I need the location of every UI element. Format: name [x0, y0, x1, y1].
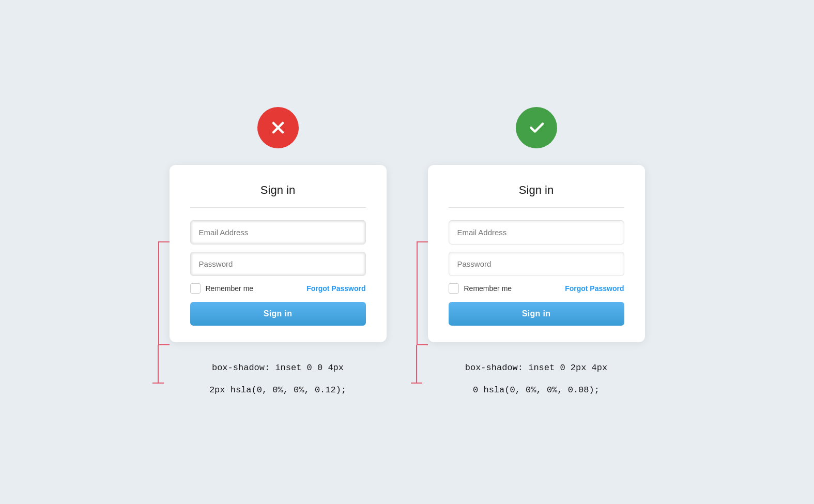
good-arrow-h — [411, 383, 422, 384]
good-panel: Sign in Remember me Forgot Password Sign… — [428, 107, 645, 397]
bad-card-wrapper: Sign in Remember me Forgot Password Sign… — [170, 165, 387, 342]
bad-code-line1: box-shadow: inset 0 0 4px — [209, 361, 346, 375]
good-code-line2: 0 hsla(0, 0%, 0%, 0.08); — [465, 383, 607, 397]
bad-panel: Sign in Remember me Forgot Password Sign… — [170, 107, 387, 397]
good-bracket-top — [417, 241, 428, 242]
good-signin-button[interactable]: Sign in — [449, 302, 624, 326]
good-card: Sign in Remember me Forgot Password Sign… — [428, 165, 645, 342]
good-arrow-line — [416, 345, 417, 384]
bad-badge — [257, 107, 299, 148]
good-bracket-vertical — [417, 241, 418, 345]
good-bracket-bottom-h — [417, 344, 428, 345]
bad-bracket-bottom-h — [158, 344, 170, 345]
bad-password-group — [190, 252, 366, 276]
bad-card-title: Sign in — [190, 184, 366, 197]
bad-remember-label: Remember me — [206, 284, 254, 293]
bad-card: Sign in Remember me Forgot Password Sign… — [170, 165, 387, 342]
good-divider — [449, 207, 624, 208]
check-icon — [527, 118, 546, 137]
good-password-group — [449, 252, 624, 276]
good-remember-me: Remember me — [449, 283, 512, 294]
bad-checkbox[interactable] — [190, 283, 201, 294]
bad-code-line2: 2px hsla(0, 0%, 0%, 0.12); — [209, 383, 346, 397]
good-forgot-link[interactable]: Forgot Password — [565, 284, 624, 293]
good-checkbox[interactable] — [449, 283, 459, 294]
good-card-title: Sign in — [449, 184, 624, 197]
bad-password-input[interactable] — [190, 252, 366, 276]
bad-bracket-top — [158, 241, 170, 242]
bad-forgot-link[interactable]: Forgot Password — [306, 284, 365, 293]
bad-bracket-vertical — [158, 241, 159, 345]
bad-divider — [190, 207, 366, 208]
good-email-group — [449, 220, 624, 245]
bad-options-row: Remember me Forgot Password — [190, 283, 366, 294]
good-card-wrapper: Sign in Remember me Forgot Password Sign… — [428, 165, 645, 342]
bad-signin-button[interactable]: Sign in — [190, 302, 366, 326]
bad-email-input[interactable] — [190, 220, 366, 245]
bad-email-group — [190, 220, 366, 245]
bad-arrow-line — [158, 345, 159, 384]
good-remember-label: Remember me — [464, 284, 512, 293]
good-password-input[interactable] — [449, 252, 624, 276]
good-badge — [516, 107, 557, 148]
good-options-row: Remember me Forgot Password — [449, 283, 624, 294]
good-email-input[interactable] — [449, 220, 624, 245]
bad-arrow-h — [152, 383, 164, 384]
good-code-line1: box-shadow: inset 0 2px 4px — [465, 361, 607, 375]
x-icon — [269, 118, 287, 137]
bad-remember-me: Remember me — [190, 283, 254, 294]
